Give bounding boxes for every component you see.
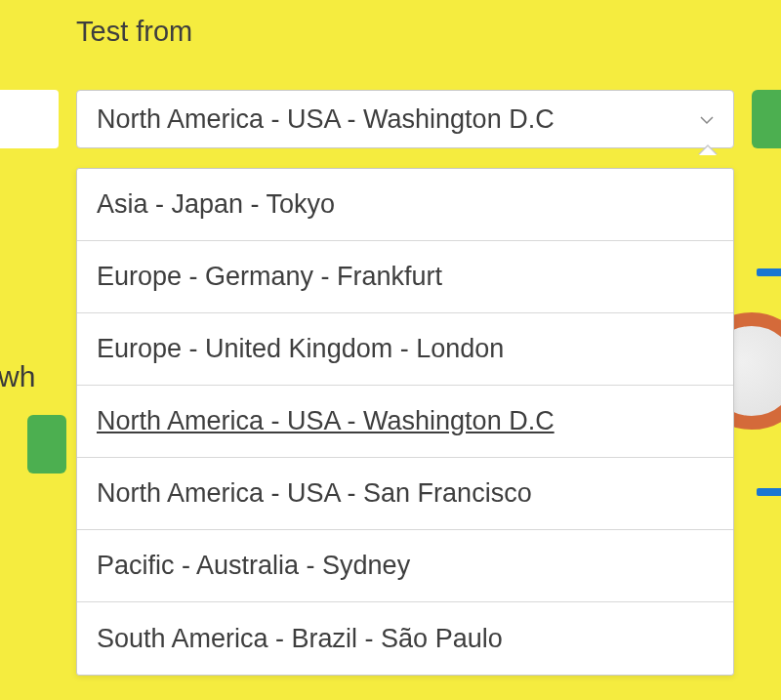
background-decorative-bar-top <box>757 268 781 276</box>
location-dropdown-option[interactable]: Europe - Germany - Frankfurt <box>77 241 733 313</box>
location-dropdown-option[interactable]: Europe - United Kingdom - London <box>77 313 733 386</box>
chevron-down-icon <box>700 109 714 130</box>
location-dropdown-select[interactable]: North America - USA - Washington D.C <box>76 90 734 148</box>
background-text-fragment: wh <box>0 360 35 393</box>
location-dropdown-selected-text: North America - USA - Washington D.C <box>97 104 700 135</box>
location-dropdown-option[interactable]: North America - USA - Washington D.C <box>77 386 733 458</box>
location-dropdown-container: North America - USA - Washington D.C Asi… <box>76 90 734 148</box>
test-from-label: Test from <box>76 16 192 48</box>
location-dropdown-option[interactable]: South America - Brazil - São Paulo <box>77 602 733 675</box>
dropdown-pointer <box>699 146 717 155</box>
location-dropdown-option[interactable]: Asia - Japan - Tokyo <box>77 169 733 241</box>
location-dropdown-option[interactable]: North America - USA - San Francisco <box>77 458 733 530</box>
background-input-fragment <box>0 90 59 148</box>
location-dropdown-list: Asia - Japan - TokyoEurope - Germany - F… <box>76 168 734 676</box>
background-button-fragment-left <box>27 415 66 474</box>
background-button-fragment-right <box>752 90 781 148</box>
background-decorative-bar-bottom <box>757 488 781 496</box>
location-dropdown-option[interactable]: Pacific - Australia - Sydney <box>77 530 733 602</box>
